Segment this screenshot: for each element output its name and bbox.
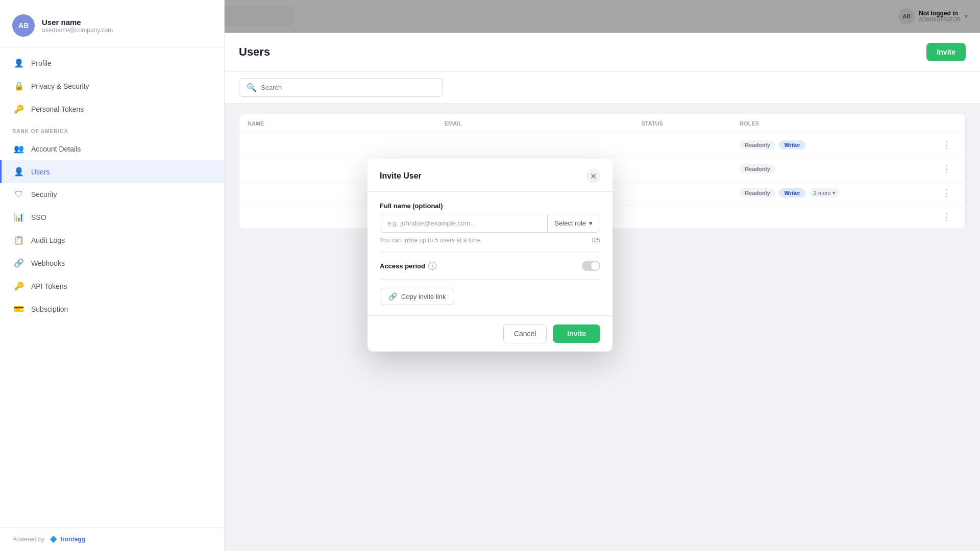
select-role-label: Select role xyxy=(555,219,586,227)
role-badge: Readonly xyxy=(740,140,775,149)
cell-roles: Readonly Writer 2 more ▾ xyxy=(740,188,937,197)
users-search-input[interactable] xyxy=(261,84,435,91)
col-email: Email xyxy=(445,120,642,127)
users-search[interactable]: 🔍 xyxy=(239,78,443,97)
col-actions xyxy=(937,120,957,127)
panel-user-header: AB User name username@company.com xyxy=(0,0,224,47)
invite-count: 0/5 xyxy=(592,237,600,244)
search-icon: 🔍 xyxy=(247,83,257,92)
panel-nav: 👤 Profile 🔒 Privacy & Security 🔑 Persona… xyxy=(0,47,224,527)
security-icon: 🛡 xyxy=(14,190,24,199)
invite-user-modal: Invite User ✕ Full name (optional) Selec… xyxy=(368,159,612,352)
cell-roles: Readonly Writer xyxy=(740,140,937,149)
panel-nav-label: Account Details xyxy=(31,145,81,153)
table-header: Name Email Status Roles xyxy=(239,114,965,133)
table-row: Readonly Writer ⋮ xyxy=(239,133,965,157)
panel-nav-label: SSO xyxy=(31,213,46,221)
frontegg-brand: frontegg xyxy=(60,536,85,543)
divider xyxy=(380,252,600,253)
profile-icon: 👤 xyxy=(14,58,24,68)
powered-by: Powered by 🔷 frontegg xyxy=(12,536,85,543)
users-icon: 👤 xyxy=(14,167,24,177)
account-panel: AB User name username@company.com 👤 Prof… xyxy=(0,0,225,551)
subscription-icon: 💳 xyxy=(14,304,24,314)
row-menu-button[interactable]: ⋮ xyxy=(937,211,957,222)
modal-footer: Cancel Invite xyxy=(368,315,612,352)
close-button[interactable]: ✕ xyxy=(586,169,600,183)
row-menu-button[interactable]: ⋮ xyxy=(937,163,957,174)
role-badge: Writer xyxy=(779,140,805,149)
account-details-icon: 👥 xyxy=(14,144,24,154)
full-name-label: Full name (optional) xyxy=(380,202,600,210)
invite-user-button[interactable]: Invite xyxy=(926,43,966,61)
panel-nav-api-tokens[interactable]: 🔑 API Tokens xyxy=(0,274,224,297)
col-status: Status xyxy=(641,120,740,127)
invite-hint-text: You can invite up to 5 users at a time. xyxy=(380,237,482,244)
chevron-down-icon: ▾ xyxy=(589,219,593,227)
panel-nav-tokens[interactable]: 🔑 Personal Tokens xyxy=(0,97,224,120)
toggle-knob xyxy=(591,262,599,270)
panel-nav-label: Audit Logs xyxy=(31,236,65,244)
row-menu-button[interactable]: ⋮ xyxy=(937,187,957,198)
panel-nav-webhooks[interactable]: 🔗 Webhooks xyxy=(0,252,224,274)
users-header: Users Invite xyxy=(225,33,980,72)
panel-nav-label: Subsciption xyxy=(31,305,68,313)
invite-button[interactable]: Invite xyxy=(553,324,600,343)
audit-logs-icon: 📋 xyxy=(14,235,24,245)
email-input[interactable] xyxy=(380,214,547,232)
cancel-button[interactable]: Cancel xyxy=(503,324,547,343)
copy-invite-link-button[interactable]: 🔗 Copy invite link xyxy=(380,288,454,305)
copy-link-label: Copy invite link xyxy=(401,293,446,300)
webhooks-icon: 🔗 xyxy=(14,258,24,268)
access-period-label: Access period i xyxy=(380,262,436,270)
access-period-row: Access period i xyxy=(380,261,600,271)
panel-nav-label: Profile xyxy=(31,59,52,67)
panel-nav-label: Webhooks xyxy=(31,259,65,267)
panel-nav-label: API Tokens xyxy=(31,282,67,290)
link-icon: 🔗 xyxy=(388,292,397,300)
users-title: Users xyxy=(239,45,270,59)
panel-nav-users[interactable]: 👤 Users xyxy=(0,160,224,183)
invite-hint: You can invite up to 5 users at a time. … xyxy=(380,237,600,244)
panel-nav-account-details[interactable]: 👥 Account Details xyxy=(0,137,224,160)
more-roles-badge: 2 more ▾ xyxy=(810,188,840,197)
avatar: AB xyxy=(12,14,35,37)
divider xyxy=(380,279,600,280)
panel-nav-profile[interactable]: 👤 Profile xyxy=(0,52,224,74)
panel-footer: Powered by 🔷 frontegg xyxy=(0,527,224,551)
panel-nav-sso[interactable]: 📊 SSO xyxy=(0,206,224,229)
info-icon: i xyxy=(428,262,436,270)
panel-nav-label: Security xyxy=(31,190,57,198)
col-name: Name xyxy=(248,120,445,127)
api-tokens-icon: 🔑 xyxy=(14,281,24,291)
panel-nav-privacy[interactable]: 🔒 Privacy & Security xyxy=(0,74,224,97)
access-period-toggle[interactable] xyxy=(582,261,600,271)
cell-roles: Readonly xyxy=(740,164,937,173)
panel-username: User name xyxy=(42,18,113,27)
bank-section-label: BANK OF AMERICA xyxy=(0,120,224,137)
panel-nav-security[interactable]: 🛡 Security xyxy=(0,183,224,206)
panel-email: username@company.com xyxy=(42,27,113,34)
col-roles: Roles xyxy=(740,120,937,127)
panel-nav-audit-logs[interactable]: 📋 Audit Logs xyxy=(0,229,224,252)
modal-body: Full name (optional) Select role ▾ You c… xyxy=(368,192,612,315)
sso-icon: 📊 xyxy=(14,212,24,222)
invite-input-row: Select role ▾ xyxy=(380,214,600,233)
role-badge: Readonly xyxy=(740,188,775,197)
modal-header: Invite User ✕ xyxy=(368,159,612,192)
privacy-icon: 🔒 xyxy=(14,81,24,91)
modal-title: Invite User xyxy=(380,171,422,181)
tokens-icon: 🔑 xyxy=(14,104,24,114)
users-toolbar: 🔍 xyxy=(225,72,980,104)
panel-nav-label: Users xyxy=(31,168,50,176)
panel-nav-label: Privacy & Security xyxy=(31,82,89,90)
role-badge: Readonly xyxy=(740,164,775,173)
select-role-button[interactable]: Select role ▾ xyxy=(547,214,600,232)
row-menu-button[interactable]: ⋮ xyxy=(937,139,957,151)
role-badge: Writer xyxy=(779,188,805,197)
panel-nav-label: Personal Tokens xyxy=(31,105,84,113)
panel-nav-subscription[interactable]: 💳 Subsciption xyxy=(0,297,224,320)
